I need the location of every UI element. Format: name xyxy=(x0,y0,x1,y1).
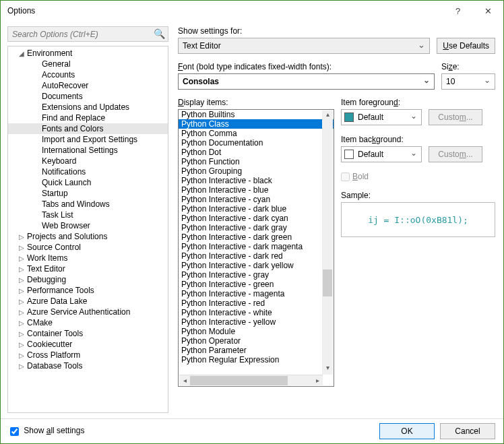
show-all-settings-checkbox[interactable]: Show all settings xyxy=(10,426,84,435)
tree-node[interactable]: AutoRecover xyxy=(8,80,168,91)
tree-node[interactable]: ▷Work Items xyxy=(8,253,168,263)
display-item[interactable]: Python Comma xyxy=(179,129,334,138)
ok-button[interactable]: OK xyxy=(379,423,435,439)
tree-node[interactable]: ▷Azure Service Authentication xyxy=(8,307,168,317)
display-item[interactable]: Python Builtins xyxy=(179,110,334,119)
search-input[interactable] xyxy=(7,26,168,42)
display-item[interactable]: Python Interactive - dark cyan xyxy=(179,214,334,223)
tree-node[interactable]: Keyboard xyxy=(8,156,168,166)
tree-node[interactable]: ▷Performance Tools xyxy=(8,285,168,296)
display-item[interactable]: Python Interactive - red xyxy=(179,298,334,308)
item-background-combo[interactable]: Default xyxy=(341,146,422,162)
display-item[interactable]: Python Interactive - magenta xyxy=(179,289,334,298)
item-background-label: Item background: xyxy=(341,135,495,144)
bg-swatch-icon xyxy=(344,150,354,159)
cancel-button[interactable]: Cancel xyxy=(440,423,495,439)
tree-node[interactable]: ▷Debugging xyxy=(8,274,168,285)
tree-node[interactable]: Tabs and Windows xyxy=(8,199,168,210)
display-item[interactable]: Python Interactive - yellow xyxy=(179,317,334,327)
category-tree[interactable]: ◢EnvironmentGeneralAccountsAutoRecoverDo… xyxy=(7,46,168,413)
use-defaults-button[interactable]: Use Defaults xyxy=(437,38,495,54)
display-item[interactable]: Python Interactive - gray xyxy=(179,270,334,280)
tree-node[interactable]: Extensions and Updates xyxy=(8,102,168,113)
tree-node[interactable]: ▷Source Control xyxy=(8,242,168,253)
tree-node[interactable]: ▷CMake xyxy=(8,317,168,328)
display-item[interactable]: Python Operator xyxy=(179,336,334,346)
tree-node[interactable]: ▷Text Editor xyxy=(8,263,168,274)
bold-checkbox[interactable]: Bold xyxy=(341,172,495,181)
search-icon: 🔍 xyxy=(154,28,165,39)
custom-fg-button[interactable]: Custom... xyxy=(429,109,482,125)
tree-node[interactable]: ▷Container Tools xyxy=(8,328,168,339)
tree-node[interactable]: ▷Azure Data Lake xyxy=(8,296,168,307)
tree-node[interactable]: ▷Projects and Solutions xyxy=(8,231,168,242)
display-item[interactable]: Python Interactive - dark yellow xyxy=(179,261,334,270)
sample-box: ij = I::oO(0xB81l); xyxy=(341,202,495,237)
tree-node[interactable]: Fonts and Colors xyxy=(8,123,168,134)
tree-node[interactable]: ▷Cookiecutter xyxy=(8,339,168,350)
display-items-label: Display items: xyxy=(178,98,334,107)
tree-node[interactable]: Documents xyxy=(8,91,168,102)
item-foreground-label: Item foreground: xyxy=(341,98,495,107)
display-item[interactable]: Python Function xyxy=(179,157,334,166)
tree-node[interactable]: Accounts xyxy=(8,69,168,80)
show-settings-combo[interactable]: Text Editor xyxy=(178,38,430,54)
display-item[interactable]: Python Interactive - green xyxy=(179,280,334,289)
tree-node[interactable]: Quick Launch xyxy=(8,177,168,188)
tree-node[interactable]: Web Browser xyxy=(8,220,168,231)
display-item[interactable]: Python Documentation xyxy=(179,138,334,148)
tree-node[interactable]: Notifications xyxy=(8,166,168,177)
close-button[interactable]: ✕ xyxy=(473,1,503,21)
display-item[interactable]: Python Grouping xyxy=(179,166,334,176)
tree-node[interactable]: International Settings xyxy=(8,145,168,156)
tree-node[interactable]: ▷Database Tools xyxy=(8,360,168,371)
help-button[interactable]: ? xyxy=(443,1,473,21)
item-foreground-combo[interactable]: Default xyxy=(341,109,422,125)
display-item[interactable]: Python Interactive - dark blue xyxy=(179,204,334,214)
vertical-scrollbar[interactable]: ▴ ▾ xyxy=(322,110,333,375)
size-label: Size: xyxy=(441,62,495,71)
display-item[interactable]: Python Interactive - dark gray xyxy=(179,223,334,232)
tree-node[interactable]: Import and Export Settings xyxy=(8,134,168,145)
horizontal-scrollbar[interactable]: ◂▸ xyxy=(179,375,323,385)
sample-label: Sample: xyxy=(341,191,495,200)
display-item[interactable]: Python Interactive - dark magenta xyxy=(179,242,334,251)
custom-bg-button[interactable]: Custom... xyxy=(429,146,482,162)
display-item[interactable]: Python Parameter xyxy=(179,346,334,355)
display-item[interactable]: Python Regular Expression xyxy=(179,355,334,364)
tree-node[interactable]: ◢Environment xyxy=(8,48,168,59)
font-combo[interactable]: Consolas xyxy=(178,73,435,90)
display-item[interactable]: Python Interactive - white xyxy=(179,308,334,317)
tree-node[interactable]: ▷Cross Platform xyxy=(8,350,168,360)
display-item[interactable]: Python Interactive - dark red xyxy=(179,251,334,261)
tree-node[interactable]: Find and Replace xyxy=(8,113,168,123)
tree-node[interactable]: Startup xyxy=(8,188,168,199)
fg-swatch-icon xyxy=(344,113,354,122)
tree-node[interactable]: General xyxy=(8,59,168,69)
window-title: Options xyxy=(7,6,443,15)
display-item[interactable]: Python Interactive - cyan xyxy=(179,195,334,204)
display-item[interactable]: Python Interactive - blue xyxy=(179,185,334,195)
display-item[interactable]: Python Dot xyxy=(179,148,334,157)
size-combo[interactable]: 10 xyxy=(441,73,495,90)
tree-node[interactable]: Task List xyxy=(8,210,168,220)
display-item[interactable]: Python Module xyxy=(179,327,334,336)
display-item[interactable]: Python Interactive - dark green xyxy=(179,232,334,242)
display-item[interactable]: Python Class xyxy=(179,119,334,129)
titlebar: Options ? ✕ xyxy=(1,1,503,21)
show-settings-label: Show settings for: xyxy=(178,26,495,36)
display-items-list[interactable]: Python BuiltinsPython ClassPython CommaP… xyxy=(178,109,334,387)
font-label: Font (bold type indicates fixed-width fo… xyxy=(178,62,435,71)
display-item[interactable]: Python Interactive - black xyxy=(179,176,334,185)
